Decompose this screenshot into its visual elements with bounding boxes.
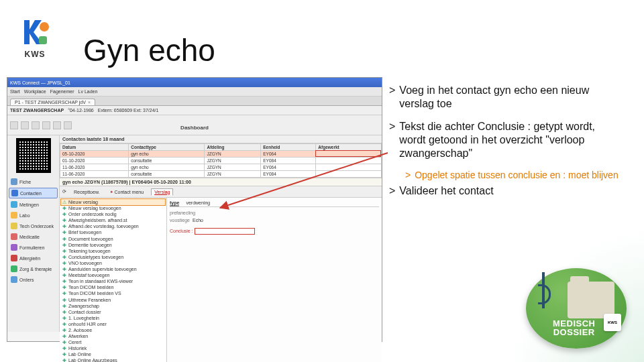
patient-tab[interactable]: P1 - TEST ZWANGERSCHAP jdV ×	[10, 99, 95, 105]
col-header[interactable]: Afdeling	[205, 144, 261, 151]
editor-tab-verdwening[interactable]: verdwening	[186, 200, 210, 206]
col-header[interactable]: Eenheid	[261, 144, 316, 151]
report-editor: type verdwening prefanecling voostiege E…	[167, 198, 382, 362]
tree-item[interactable]: ✚Cerert	[61, 339, 165, 345]
menu-werknemer[interactable]: Fagenemer	[50, 89, 74, 94]
tab-verslag[interactable]: Verslag	[151, 188, 173, 196]
sidebar-item-tech-onderzoek[interactable]: Tech Onderzoek	[9, 221, 58, 231]
tree-item[interactable]: ✚Meetstaf toevoegen	[61, 272, 165, 278]
plus-icon: ✚	[62, 229, 67, 235]
main-menu: Start Workplace Fagenemer Lv Laden	[7, 87, 382, 97]
tree-item[interactable]: ✚Afhand.dec vorstedag. toevoegen	[61, 223, 165, 229]
menu-workplace[interactable]: Workplace	[24, 89, 46, 94]
sidebar-item-fiche[interactable]: Fiche	[9, 177, 58, 186]
lock-icon[interactable]	[10, 121, 18, 129]
tree-item-label: Lab Online	[68, 351, 91, 357]
tree-item-label: Order onderzoek nodig	[68, 211, 117, 217]
table-row[interactable]: 01-10-2020consultatieJZGYNEY084	[60, 158, 382, 164]
tree-item[interactable]: ✚Order onderzoek nodig	[61, 211, 165, 217]
sidebar-item-allergie-n[interactable]: Allergieën	[9, 253, 58, 263]
tree-item-label: Tekening toevoegen	[68, 248, 111, 254]
nieuw-verslag-link[interactable]: ⚠ Nieuw verslag	[61, 199, 165, 205]
folder-icon	[568, 282, 614, 318]
tree-item[interactable]: ✚Document toevoegen	[61, 236, 165, 242]
badge-kws-chip: KWS	[604, 314, 621, 331]
tree-item[interactable]: ✚Uithreew Feraneken	[61, 297, 165, 303]
tab-contactmenu[interactable]: ▸Contact menu	[107, 188, 148, 196]
conclusion-row: Conclusie :	[170, 228, 379, 235]
n-icon[interactable]	[32, 121, 40, 129]
tree-item-label: Dementie toevoegen	[68, 242, 112, 248]
window-titlebar: KWS Connect — JPWSL_01	[7, 78, 382, 87]
plus-icon: ✚	[62, 211, 67, 217]
sidebar-item-orders[interactable]: Orders	[9, 275, 58, 284]
tree-item[interactable]: ✚Teon DICOM beelden	[61, 284, 165, 290]
tree-item[interactable]: ✚Zwangerschap	[61, 303, 165, 309]
tree-item[interactable]: ✚Nieuw verslag toevoegen	[61, 205, 165, 211]
nieuw-verslag-label: Nieuw verslag	[68, 199, 98, 205]
bullet-3-text: Valideer het contact	[399, 184, 493, 198]
tool-icon[interactable]	[53, 121, 61, 129]
sidebar-item-label: Orders	[19, 278, 34, 282]
tree-item[interactable]: ✚Lab Online Aaurzbeges	[61, 357, 165, 362]
tree-item[interactable]: ✚Dementie toevoegen	[61, 242, 165, 248]
close-icon[interactable]: ×	[88, 100, 91, 105]
sidebar-item-zorg-therapie[interactable]: Zorg & therapie	[9, 264, 58, 274]
menu-start[interactable]: Start	[10, 89, 20, 94]
sidebar-item-contacten[interactable]: Contacten	[9, 188, 58, 198]
tree-item[interactable]: ✚Brief toevoegen	[61, 229, 165, 235]
left-sidebar: FicheContactenMetingenLaboTech Onderzoek…	[7, 135, 60, 332]
plus-icon: ✚	[62, 205, 67, 211]
plus-icon: ✚	[62, 351, 67, 357]
tree-item[interactable]: ✚2. Aobsoee	[61, 327, 165, 333]
tree-item[interactable]: ✚Conclusietypes toevoegen	[61, 254, 165, 260]
col-header[interactable]: Afgewerkt	[316, 144, 382, 151]
table-row[interactable]: 11-06-2020gyn echoJZGYNEY064	[60, 164, 382, 171]
bullet-3: > Valideer het contact	[389, 184, 624, 198]
plus-icon: ✚	[62, 248, 67, 254]
tree-item[interactable]: ✚Lab Online	[61, 351, 165, 357]
bullet-2-text: Tekst die achter Conclusie : getypt word…	[399, 120, 624, 160]
tree-item-label: Teon DICOM beelden VS	[68, 290, 121, 296]
patient-extra: Extern: 6580609 Ext: 37/24/1	[98, 108, 159, 113]
conclusion-input-highlight[interactable]	[195, 228, 255, 235]
sidebar-item-medicatie[interactable]: Medicatie	[9, 232, 58, 241]
tree-item-label: Teon in standaard KWS-viewer	[68, 278, 133, 284]
reload-icon[interactable]: ⟳	[62, 189, 66, 194]
tree-item[interactable]: ✚Teon in standaard KWS-viewer	[61, 278, 165, 284]
plus-icon: ✚	[62, 284, 67, 290]
tab-recepttoew[interactable]: Recepttoew.	[70, 188, 103, 196]
tree-item[interactable]: ✚VNO toevoegen	[61, 260, 165, 266]
table-row[interactable]: 11-06-2020consultatieJZGYNEY084	[60, 171, 382, 178]
tree-item[interactable]: ✚ onhoofd HJR oner	[61, 321, 165, 327]
table-cell: gyn echo	[129, 164, 205, 171]
down-icon[interactable]	[42, 121, 50, 129]
tool2-icon[interactable]	[64, 121, 72, 129]
contacts-table[interactable]: DatumContacttypeAfdelingEenheidAfgewerkt…	[60, 143, 382, 178]
editor-tab-type[interactable]: type	[170, 200, 179, 206]
tree-item[interactable]: ✚Contact dossier	[61, 309, 165, 315]
col-header[interactable]: Contacttype	[129, 144, 205, 151]
plus-icon: ✚	[62, 290, 67, 296]
bullet-2-sub-text: Opgelet spatie tussen conclusie en : moe…	[415, 170, 619, 182]
tree-item[interactable]: ✚Tekening toevoegen	[61, 248, 165, 254]
instruction-bullets: > Voeg in het contact gyn echo een nieuw…	[389, 84, 624, 207]
sidebar-item-label: Contacten	[20, 191, 42, 196]
sidebar-item-metingen[interactable]: Metingen	[9, 200, 58, 209]
tree-item[interactable]: ✚Historiek	[61, 345, 165, 351]
table-row[interactable]: 05-10-2020gyn echoJZGYNEY064	[60, 151, 382, 158]
svg-point-0	[40, 22, 49, 32]
tree-item[interactable]: ✚Teon DICOM beelden VS	[61, 290, 165, 296]
tree-item[interactable]: ✚1. Loveghetein	[61, 315, 165, 321]
sidebar-item-icon	[11, 190, 18, 196]
col-header[interactable]: Datum	[60, 144, 129, 151]
check-icon[interactable]	[21, 121, 29, 129]
table-cell: 01-10-2020	[60, 158, 129, 164]
menu-laden[interactable]: Lv Laden	[78, 89, 98, 94]
tree-item[interactable]: ✚Afwerken	[61, 333, 165, 339]
tree-item[interactable]: ✚Afwezigheidsbem. afhand.st	[61, 217, 165, 223]
sidebar-item-formulieren[interactable]: Formulieren	[9, 243, 58, 252]
sidebar-item-labo[interactable]: Labo	[9, 210, 58, 220]
tree-item[interactable]: ✚Aanduiden supervisie toevoegen	[61, 266, 165, 272]
tree-item-label: 2. Aobsoee	[68, 327, 92, 333]
